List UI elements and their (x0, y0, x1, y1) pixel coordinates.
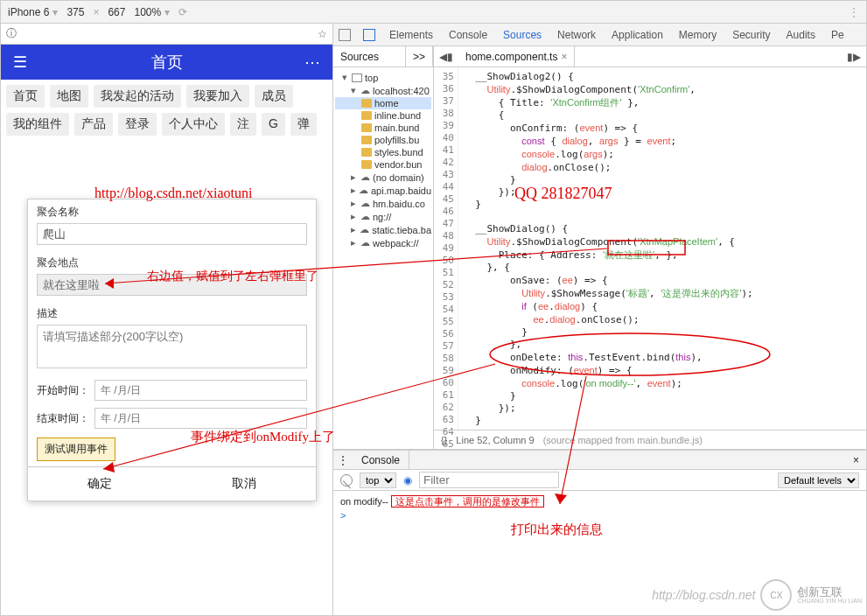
tab-application[interactable]: Application (610, 27, 665, 43)
nav-extra-2[interactable]: G (262, 113, 285, 136)
nav-map[interactable]: 地图 (50, 85, 88, 108)
levels-select[interactable]: Default levels (778, 472, 859, 488)
watermark: http://blog.csdn.net CX 创新互联 CHUANG XIN … (652, 579, 862, 611)
close-icon[interactable]: × (561, 51, 567, 63)
sources-subtab[interactable]: Sources (333, 46, 406, 66)
cursor-pos: Line 52, Column 9 (456, 435, 534, 445)
console-menu-icon[interactable]: ⋮ (333, 454, 353, 466)
name-input[interactable] (37, 223, 307, 245)
tree-vendor[interactable]: vendor.bun (335, 158, 431, 171)
nav-components[interactable]: 我的组件 (6, 113, 69, 136)
device-select[interactable]: iPhone 6 ▾ (8, 6, 58, 18)
nav-extra-3[interactable]: 弹 (290, 113, 317, 136)
watermark-logo-icon: CX (760, 579, 792, 611)
nav-fwd-icon[interactable]: ▮▶ (842, 51, 866, 63)
nav-buttons: 首页 地图 我发起的活动 我要加入 成员 我的组件 产品 登录 个人中心 注 G… (1, 80, 332, 141)
label-name: 聚会名称 (37, 205, 307, 220)
event-dialog: 聚会名称 聚会地点 描述 开始时间： 结束时间： (27, 199, 317, 501)
tree-ng[interactable]: ▸☁ng:// (335, 210, 431, 223)
tab-memory[interactable]: Memory (677, 27, 718, 43)
tree-host[interactable]: ▾☁localhost:420 (335, 84, 431, 97)
nav-back-icon[interactable]: ◀▮ (434, 51, 458, 63)
tree-api-baidu[interactable]: ▸☁api.map.baidu (335, 184, 431, 197)
inspect-icon[interactable] (339, 29, 351, 41)
viewport-height[interactable]: 667 (108, 6, 125, 18)
nav-product[interactable]: 产品 (74, 113, 113, 136)
label-start: 开始时间： (37, 383, 89, 398)
menu-icon[interactable]: ☰ (13, 52, 27, 72)
tab-security[interactable]: Security (731, 27, 772, 43)
clear-console-icon[interactable] (340, 474, 353, 486)
rotate-icon[interactable]: ⟳ (178, 6, 187, 18)
tree-tieba[interactable]: ▸☁static.tieba.ba (335, 223, 431, 236)
device-mode-icon[interactable] (363, 29, 375, 41)
tree-nodomain[interactable]: ▸☁(no domain) (335, 171, 431, 184)
code-editor[interactable]: __ShowDialog2() { Utility.$ShowDialogCom… (458, 67, 866, 430)
info-icon: ⓘ (6, 26, 17, 41)
label-end: 结束时间： (37, 411, 89, 426)
ellipsis-icon[interactable]: ⋯ (304, 52, 320, 72)
tree-polyfills[interactable]: polyfills.bu (335, 134, 431, 146)
start-time-input[interactable] (94, 380, 307, 401)
tab-sources[interactable]: Sources (501, 27, 543, 43)
devtools-menu-icon[interactable]: ⋮ (849, 6, 859, 18)
bookmark-icon[interactable]: ☆ (318, 28, 327, 40)
source-map-note: (source mapped from main.bundle.js) (543, 435, 703, 445)
file-tab[interactable]: home.component.ts × (458, 46, 575, 66)
tree-hm-baidu[interactable]: ▸☁hm.baidu.co (335, 197, 431, 210)
console-prompt[interactable]: > (340, 510, 346, 521)
address-bar[interactable]: ⓘ ☆ (1, 24, 332, 45)
eye-icon[interactable]: ◉ (403, 474, 412, 486)
console-filter-input[interactable] (419, 472, 559, 488)
nav-extra-1[interactable]: 注 (230, 113, 256, 136)
console-close-icon[interactable]: × (846, 454, 866, 466)
viewport-width[interactable]: 375 (66, 6, 84, 18)
nav-members[interactable]: 成员 (255, 85, 293, 108)
more-subtabs[interactable]: >> (406, 46, 433, 66)
nav-my-events[interactable]: 我发起的活动 (94, 85, 181, 108)
device-toolbar: iPhone 6 ▾ 375 × 667 100% ▾ ⟳ ⋮ (1, 1, 866, 24)
braces-icon[interactable]: {} (441, 435, 447, 445)
file-tree: ▾top ▾☁localhost:420 home inline.bund ma… (333, 67, 433, 449)
line-gutter: 35 36 37 38 39 40 41 42 43 44 45 46 47 4… (434, 67, 458, 430)
tab-network[interactable]: Network (556, 27, 598, 43)
label-desc: 描述 (37, 306, 307, 321)
context-select[interactable]: top (360, 472, 396, 488)
tree-main[interactable]: main.bund (335, 122, 431, 134)
tree-webpack[interactable]: ▸☁webpack:// (335, 236, 431, 249)
tree-inline[interactable]: inline.bund (335, 109, 431, 122)
tab-elements[interactable]: Elements (388, 27, 435, 43)
test-event-button[interactable]: 测试调用事件 (37, 438, 115, 461)
zoom-select[interactable]: 100% ▾ (134, 6, 170, 18)
editor-statusbar: {} Line 52, Column 9 (source mapped from… (434, 430, 866, 449)
x-icon: × (93, 6, 99, 18)
desc-textarea[interactable] (37, 325, 307, 368)
tab-more[interactable]: Pe (829, 27, 846, 43)
tree-top[interactable]: ▾top (335, 71, 431, 84)
cancel-button[interactable]: 取消 (172, 467, 317, 500)
nav-home[interactable]: 首页 (6, 85, 45, 108)
label-place: 聚会地点 (37, 256, 307, 270)
tree-styles[interactable]: styles.bund (335, 146, 431, 158)
console-tab[interactable]: Console (353, 451, 409, 469)
place-input[interactable] (37, 274, 307, 296)
tab-audits[interactable]: Audits (785, 27, 817, 43)
nav-login[interactable]: 登录 (118, 113, 157, 136)
ok-button[interactable]: 确定 (28, 467, 172, 500)
end-time-input[interactable] (94, 408, 307, 429)
nav-profile[interactable]: 个人中心 (162, 113, 225, 136)
page-title: ☰ 首页 ⋯ (1, 45, 332, 80)
tree-home[interactable]: home (335, 97, 431, 109)
devtools-tabbar: Elements Console Sources Network Applica… (333, 24, 866, 46)
nav-join[interactable]: 我要加入 (186, 85, 249, 108)
tab-console[interactable]: Console (447, 27, 489, 43)
